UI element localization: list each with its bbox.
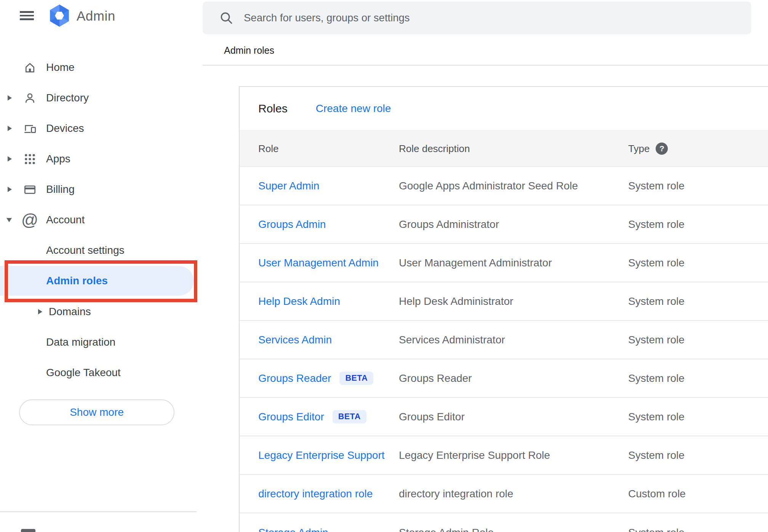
- devices-icon: [22, 113, 37, 144]
- role-link[interactable]: Groups Editor: [258, 411, 324, 423]
- table-row: Super Admin Google Apps Administrator Se…: [240, 167, 768, 205]
- sidebar-item-domains[interactable]: Domains: [0, 296, 202, 327]
- role-link[interactable]: Help Desk Admin: [258, 295, 340, 308]
- expand-arrow-icon[interactable]: [8, 83, 14, 113]
- sidebar-item-apps[interactable]: Apps: [0, 144, 202, 174]
- role-type: System role: [628, 334, 685, 346]
- role-link[interactable]: Services Admin: [258, 334, 332, 346]
- sidebar-item-data-migration[interactable]: Data migration: [0, 327, 202, 357]
- role-link[interactable]: Storage Admin: [258, 527, 328, 532]
- sidebar-item-google-takeout[interactable]: Google Takeout: [0, 357, 202, 388]
- role-description: Help Desk Administrator: [399, 295, 513, 308]
- role-link[interactable]: Legacy Enterprise Support: [258, 449, 385, 461]
- expand-arrow-icon[interactable]: [8, 174, 14, 205]
- table-row: Services Admin Services Administrator Sy…: [240, 321, 768, 359]
- column-header-description: Role description: [399, 143, 470, 155]
- sidebar-item-account[interactable]: @ Account: [0, 205, 202, 235]
- breadcrumb: Admin roles: [224, 45, 274, 56]
- beta-badge: BETA: [339, 372, 373, 385]
- expand-arrow-icon[interactable]: [8, 144, 14, 174]
- roles-table-header: Role Role description Type ?: [240, 130, 768, 167]
- role-link[interactable]: Groups Reader: [258, 372, 331, 385]
- role-description: Google Apps Administrator Seed Role: [399, 180, 578, 192]
- role-type: System role: [628, 449, 685, 461]
- role-type: System role: [628, 295, 685, 308]
- collapse-arrow-icon[interactable]: [8, 205, 14, 235]
- person-icon: [22, 83, 37, 113]
- column-header-type: Type: [628, 143, 650, 155]
- table-row: directory integration role directory int…: [240, 475, 768, 513]
- help-icon[interactable]: ?: [656, 143, 668, 155]
- table-row: Help Desk Admin Help Desk Administrator …: [240, 282, 768, 321]
- apps-grid-icon: [22, 144, 37, 174]
- role-description: User Management Administrator: [399, 257, 552, 269]
- role-link[interactable]: directory integration role: [258, 488, 373, 500]
- role-description: Groups Administrator: [399, 218, 499, 231]
- roles-card: Roles Create new role Role Role descript…: [239, 86, 768, 532]
- sidebar-item-account-settings[interactable]: Account settings: [0, 235, 202, 266]
- table-row: Groups Reader BETA Groups Reader System …: [240, 359, 768, 398]
- table-row: Groups Editor BETA Groups Editor System …: [240, 398, 768, 436]
- search-icon: [219, 10, 234, 26]
- sidebar-item-admin-roles[interactable]: Admin roles: [0, 266, 194, 296]
- hamburger-menu-icon[interactable]: [20, 11, 34, 21]
- role-description: Services Administrator: [399, 334, 505, 346]
- app-title: Admin: [77, 8, 115, 24]
- role-description: Storage Admin Role: [399, 527, 494, 532]
- expand-arrow-icon[interactable]: [38, 296, 45, 327]
- sidebar-bottom-divider: [0, 511, 197, 512]
- role-type: System role: [628, 180, 685, 192]
- sidebar-item-directory[interactable]: Directory: [0, 83, 202, 113]
- role-description: Groups Reader: [399, 372, 472, 385]
- credit-card-icon: [22, 174, 37, 205]
- google-admin-logo-icon: [49, 4, 70, 27]
- sidebar-item-billing[interactable]: Billing: [0, 174, 202, 205]
- role-type: Custom role: [628, 488, 686, 500]
- roles-title: Roles: [258, 102, 288, 115]
- clipped-sidebar-icon: [21, 529, 35, 532]
- role-link[interactable]: Super Admin: [258, 180, 319, 192]
- sidebar-item-home[interactable]: Home: [0, 52, 202, 83]
- roles-card-header: Roles Create new role: [240, 87, 768, 130]
- role-type: System role: [628, 218, 685, 231]
- table-row: Storage Admin Storage Admin Role System …: [240, 513, 768, 532]
- search-bar[interactable]: [203, 2, 751, 34]
- role-type: System role: [628, 411, 685, 423]
- role-type: System role: [628, 372, 685, 385]
- admin-console-screen: Admin Admin roles Home: [0, 0, 768, 532]
- role-description: directory integration role: [399, 488, 513, 500]
- at-sign-icon: @: [22, 205, 37, 235]
- role-link[interactable]: User Management Admin: [258, 257, 379, 269]
- beta-badge: BETA: [333, 410, 366, 424]
- breadcrumb-bar: Admin roles: [203, 34, 768, 66]
- table-row: Groups Admin Groups Administrator System…: [240, 205, 768, 244]
- search-input[interactable]: [244, 6, 751, 29]
- role-link[interactable]: Groups Admin: [258, 218, 326, 231]
- table-row: User Management Admin User Management Ad…: [240, 244, 768, 282]
- role-description: Legacy Enterprise Support Role: [399, 449, 550, 461]
- show-more-button[interactable]: Show more: [19, 399, 174, 425]
- create-new-role-link[interactable]: Create new role: [316, 103, 391, 115]
- table-row: Legacy Enterprise Support Legacy Enterpr…: [240, 436, 768, 475]
- home-icon: [22, 52, 37, 83]
- role-type: System role: [628, 257, 685, 269]
- role-type: System role: [628, 527, 685, 532]
- expand-arrow-icon[interactable]: [8, 113, 14, 144]
- sidebar-item-devices[interactable]: Devices: [0, 113, 202, 144]
- role-description: Groups Editor: [399, 411, 465, 423]
- sidebar: Home Directory Devices: [0, 35, 202, 532]
- column-header-role: Role: [258, 143, 278, 155]
